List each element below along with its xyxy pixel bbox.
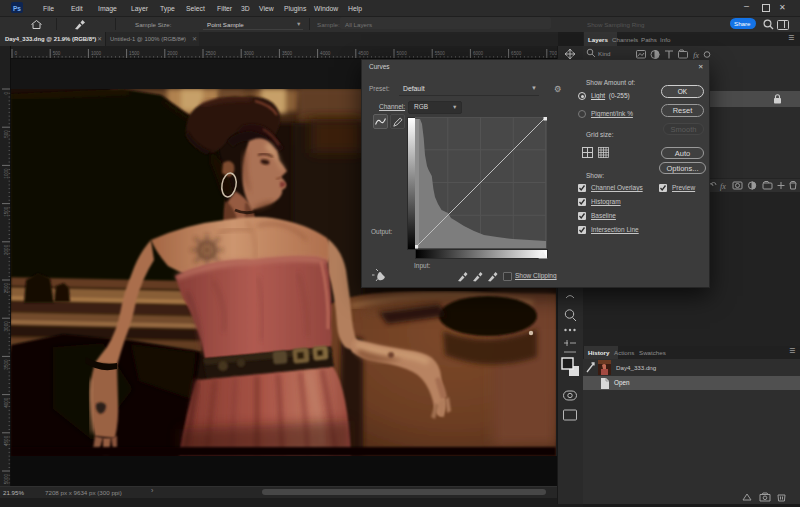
svg-text:1000: 1000 — [91, 51, 102, 56]
svg-text:3000: 3000 — [4, 321, 9, 332]
svg-text:3000: 3000 — [244, 51, 255, 56]
svg-text:4000: 4000 — [320, 51, 331, 56]
svg-text:fx: fx — [720, 182, 726, 191]
svg-text:4500: 4500 — [358, 51, 369, 56]
svg-text:4000: 4000 — [4, 397, 9, 408]
svg-text:3500: 3500 — [4, 359, 9, 370]
svg-text:5000: 5000 — [4, 474, 9, 485]
svg-text:0: 0 — [15, 51, 18, 56]
svg-text:3500: 3500 — [282, 51, 293, 56]
svg-text:0: 0 — [4, 92, 9, 95]
svg-text:2500: 2500 — [4, 283, 9, 294]
svg-text:500: 500 — [53, 51, 61, 56]
svg-text:fx: fx — [693, 50, 699, 60]
svg-text:2000: 2000 — [167, 51, 178, 56]
svg-text:5000: 5000 — [397, 51, 408, 56]
svg-text:6500: 6500 — [511, 51, 522, 56]
svg-text:1500: 1500 — [4, 206, 9, 217]
svg-text:4500: 4500 — [4, 435, 9, 446]
svg-text:2000: 2000 — [4, 244, 9, 255]
svg-text:1000: 1000 — [4, 168, 9, 179]
svg-text:1500: 1500 — [129, 51, 140, 56]
svg-text:500: 500 — [4, 130, 9, 138]
svg-text:2500: 2500 — [206, 51, 217, 56]
svg-text:6000: 6000 — [473, 51, 484, 56]
svg-text:5500: 5500 — [435, 51, 446, 56]
